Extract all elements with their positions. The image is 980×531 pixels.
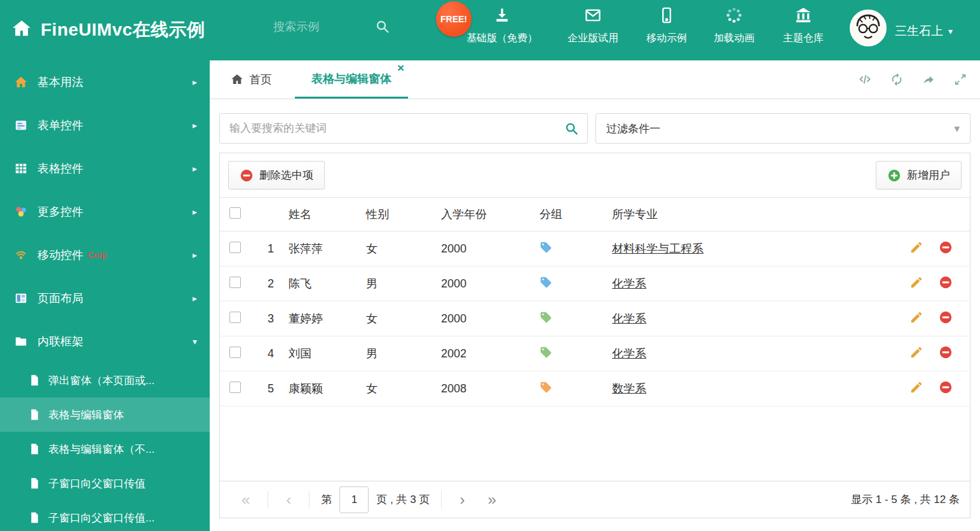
sidebar-item-more-controls[interactable]: 更多控件 ▸: [0, 190, 210, 233]
sidebar-item-label: 更多控件: [37, 204, 83, 219]
row-checkbox[interactable]: [229, 382, 241, 393]
user-menu[interactable]: 三生石上 ▾: [895, 23, 953, 39]
major-link[interactable]: 化学系: [612, 312, 646, 325]
header-search-input[interactable]: [273, 20, 375, 34]
house-icon: [14, 75, 28, 89]
nav-label: 加载动画: [714, 32, 754, 45]
add-user-button[interactable]: 新增用户: [876, 161, 962, 190]
nav-item-enterprise-trial[interactable]: 企业版试用: [555, 6, 631, 45]
sidebar-item-grid-controls[interactable]: 表格控件 ▸: [0, 147, 210, 190]
delete-icon[interactable]: [939, 310, 953, 324]
major-link[interactable]: 数学系: [612, 382, 646, 395]
delete-selected-button[interactable]: 删除选中项: [228, 161, 325, 190]
major-link[interactable]: 材料科学与工程系: [612, 242, 704, 255]
sidebar-item-label: 内联框架: [37, 334, 83, 349]
layout-icon: [14, 291, 28, 305]
file-icon: [29, 443, 40, 455]
nav-label: 基础版（免费）: [466, 32, 538, 45]
nav-item-loading-animation[interactable]: 加载动画: [702, 6, 766, 45]
tag-icon: [540, 241, 552, 254]
pager-next-button[interactable]: ›: [448, 492, 476, 507]
code-icon[interactable]: [858, 72, 872, 86]
edit-icon[interactable]: [909, 345, 923, 359]
sidebar-item-basic-usage[interactable]: 基本用法 ▸: [0, 60, 210, 104]
pagination-bar: « ‹ 第 页 , 共 3 页 › » 显示 1 - 5 条 , 共 12 条: [220, 481, 970, 518]
row-number: 1: [255, 242, 282, 256]
delete-icon[interactable]: [939, 275, 953, 289]
pager-last-button[interactable]: »: [476, 492, 507, 507]
delete-icon[interactable]: [939, 240, 953, 254]
table-row: 3 董婷婷 女 2000 化学系: [220, 301, 970, 336]
major-link[interactable]: 化学系: [612, 347, 646, 360]
sidebar-subitem-popup-window[interactable]: 弹出窗体（本页面或...: [0, 363, 210, 397]
divider: [309, 491, 310, 509]
search-icon[interactable]: [375, 19, 390, 34]
pager-prev-button[interactable]: ‹: [275, 492, 303, 507]
sidebar-subitem-child-to-parent-2[interactable]: 子窗口向父窗口传值...: [0, 500, 210, 531]
row-checkbox[interactable]: [229, 312, 241, 323]
minus-circle-icon: [240, 169, 254, 183]
sidebar-item-label: 表单控件: [37, 118, 83, 133]
share-icon[interactable]: [922, 72, 936, 86]
row-checkbox[interactable]: [229, 242, 241, 253]
delete-icon[interactable]: [939, 380, 953, 394]
column-header-year: 入学年份: [434, 207, 533, 222]
row-number: 4: [255, 347, 282, 361]
chevron-right-icon: ▸: [193, 77, 197, 87]
sidebar-item-label: 表格控件: [37, 161, 83, 176]
table-header-row: 姓名 性别 入学年份 分组 所学专业: [220, 197, 970, 231]
sidebar-item-form-controls[interactable]: 表单控件 ▸: [0, 104, 210, 147]
row-checkbox[interactable]: [229, 347, 241, 358]
sidebar-item-mobile-controls[interactable]: 移动控件 Corp ▸: [0, 233, 210, 277]
edit-icon[interactable]: [909, 380, 923, 394]
delete-icon[interactable]: [939, 345, 953, 359]
brand[interactable]: FineUIMvc在线示例: [11, 18, 205, 42]
divider: [268, 491, 268, 509]
page-number-input[interactable]: [339, 486, 369, 513]
nav-item-mobile-demo[interactable]: 移动示例: [635, 6, 698, 45]
refresh-icon[interactable]: [890, 72, 904, 86]
select-all-checkbox[interactable]: [229, 207, 241, 219]
tab-label: 首页: [249, 72, 272, 87]
edit-icon[interactable]: [909, 275, 923, 289]
sidebar-item-page-layout[interactable]: 页面布局 ▸: [0, 277, 210, 320]
major-link[interactable]: 化学系: [612, 277, 646, 290]
chevron-right-icon: ▸: [193, 120, 197, 130]
user-avatar[interactable]: [850, 10, 887, 46]
phone-icon: [658, 6, 676, 27]
sidebar-subitem-grid-edit-window[interactable]: 表格与编辑窗体: [0, 397, 210, 432]
sidebar-item-label: 页面布局: [37, 291, 83, 306]
sidebar-subitem-child-to-parent[interactable]: 子窗口向父窗口传值: [0, 466, 210, 500]
delete-selected-label: 删除选中项: [259, 168, 313, 183]
sidebar-subitem-grid-edit-window-2[interactable]: 表格与编辑窗体（不...: [0, 432, 210, 466]
home-icon: [231, 73, 243, 86]
pager-first-button[interactable]: «: [230, 492, 261, 507]
tag-icon: [540, 381, 552, 394]
sidebar-subitem-label: 表格与编辑窗体: [48, 408, 124, 422]
user-name: 三生石上: [895, 23, 943, 39]
tab-home[interactable]: 首页: [219, 60, 283, 99]
search-icon[interactable]: [564, 121, 579, 136]
sidebar-subitem-label: 弹出窗体（本页面或...: [48, 373, 154, 388]
tab-grid-edit-window[interactable]: 表格与编辑窗体 ×: [295, 60, 408, 99]
cell-gender: 女: [359, 381, 434, 396]
nav-item-theme-store[interactable]: 主题仓库: [772, 6, 835, 45]
row-checkbox[interactable]: [229, 277, 241, 288]
form-icon: [14, 118, 28, 132]
record-summary: 显示 1 - 5 条 , 共 12 条: [851, 492, 960, 507]
edit-icon[interactable]: [909, 310, 923, 324]
keyword-search-input[interactable]: [220, 114, 587, 143]
sidebar-subitem-label: 表格与编辑窗体（不...: [48, 442, 154, 457]
filter-dropdown[interactable]: 过滤条件一 ▾: [595, 113, 970, 144]
caret-down-icon: ▾: [193, 336, 197, 347]
tab-bar: 首页 表格与编辑窗体 ×: [210, 60, 980, 99]
expand-icon[interactable]: [953, 72, 967, 86]
edit-icon[interactable]: [909, 240, 923, 254]
antenna-icon: [14, 248, 28, 262]
nav-item-basic-edition[interactable]: 基础版（免费）: [454, 6, 550, 45]
sidebar-item-iframe[interactable]: 内联框架 ▾: [0, 320, 210, 363]
header-search: [273, 19, 404, 34]
pager-page-prefix: 第: [316, 492, 337, 507]
close-icon[interactable]: ×: [397, 62, 404, 74]
nav-label: 主题仓库: [783, 32, 824, 45]
